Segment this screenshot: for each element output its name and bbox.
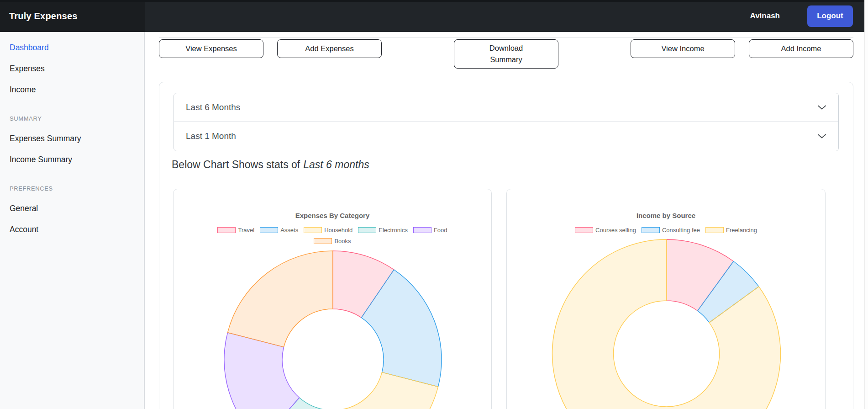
charts-caption-period: Last 6 months bbox=[300, 159, 369, 170]
add-income-button[interactable]: Add Income bbox=[749, 39, 853, 58]
legend-swatch-food bbox=[413, 227, 431, 233]
legend-item-electronics[interactable]: Electronics bbox=[358, 227, 408, 234]
sidebar-section-summary: SUMMARY bbox=[10, 115, 144, 122]
legend-swatch-household bbox=[304, 227, 322, 233]
period-select-secondary-value: Last 1 Month bbox=[186, 131, 236, 141]
charts-row: Expenses By Category TravelAssetsHouseho… bbox=[173, 189, 839, 409]
legend-item-consulting-fee[interactable]: Consulting fee bbox=[642, 227, 700, 234]
legend-item-courses-selling[interactable]: Courses selling bbox=[575, 227, 636, 234]
legend-swatch-consulting-fee bbox=[642, 227, 660, 233]
charts-caption: Below Chart Shows stats ofLast 6 months bbox=[172, 157, 839, 172]
legend-swatch-books bbox=[314, 238, 332, 244]
legend-swatch-electronics bbox=[358, 227, 376, 233]
view-income-button[interactable]: View Income bbox=[631, 39, 735, 58]
charts-caption-text: Below Chart Shows stats of bbox=[172, 159, 300, 170]
legend-swatch-assets bbox=[260, 227, 278, 233]
legend-label: Travel bbox=[238, 227, 254, 234]
legend-label: Books bbox=[334, 238, 351, 244]
income-chart-card: Income by Source Courses sellingConsulti… bbox=[506, 189, 826, 409]
legend-swatch-courses-selling bbox=[575, 227, 593, 233]
toolbar-group-income: View IncomeAdd Income bbox=[631, 39, 853, 58]
dashboard-card: Last 6 Months Last 1 Month Below Chart S… bbox=[159, 82, 853, 409]
chart-title: Expenses By Category bbox=[174, 212, 491, 219]
app-title: Truly Expenses bbox=[0, 0, 145, 32]
legend-label: Consulting fee bbox=[662, 227, 700, 234]
window-top-strip bbox=[0, 0, 868, 2]
legend-item-travel[interactable]: Travel bbox=[217, 227, 254, 234]
chevron-down-icon bbox=[817, 105, 826, 110]
header-right: Avinash Logout bbox=[750, 5, 864, 27]
sidebar-item-dashboard[interactable]: Dashboard bbox=[10, 43, 144, 52]
chevron-down-icon bbox=[817, 134, 826, 139]
sidebar-item-expenses[interactable]: Expenses bbox=[10, 64, 144, 73]
sidebar-item-general[interactable]: General bbox=[10, 204, 144, 213]
app-header: Truly Expenses Avinash Logout bbox=[0, 0, 864, 32]
sidebar-nav: DashboardExpensesIncomeSUMMARYExpenses S… bbox=[0, 32, 145, 409]
period-select-primary-value: Last 6 Months bbox=[186, 102, 240, 112]
legend-label: Assets bbox=[280, 227, 298, 234]
expenses-chart-card: Expenses By Category TravelAssetsHouseho… bbox=[173, 189, 492, 409]
sidebar-item-account[interactable]: Account bbox=[10, 225, 144, 234]
donut-slice-freelancing[interactable] bbox=[552, 239, 781, 409]
donut-slice-food[interactable] bbox=[224, 332, 300, 409]
legend-swatch-travel bbox=[217, 227, 236, 233]
sidebar-item-income-summary[interactable]: Income Summary bbox=[10, 155, 144, 164]
legend-item-freelancing[interactable]: Freelancing bbox=[705, 227, 757, 234]
toolbar: View ExpensesAdd Expenses Download Summa… bbox=[159, 39, 853, 69]
legend-label: Food bbox=[434, 227, 447, 234]
period-select-group: Last 6 Months Last 1 Month bbox=[174, 93, 839, 151]
view-expenses-button[interactable]: View Expenses bbox=[159, 39, 263, 58]
username-label: Avinash bbox=[750, 11, 780, 21]
header-divider bbox=[159, 37, 853, 38]
income-by-source-doughnut bbox=[507, 189, 826, 409]
legend-swatch-freelancing bbox=[705, 227, 724, 233]
chart-title: Income by Source bbox=[507, 212, 825, 219]
legend-item-books[interactable]: Books bbox=[314, 238, 351, 244]
sidebar-section-prefrences: PREFRENCES bbox=[10, 185, 144, 192]
legend-item-food[interactable]: Food bbox=[413, 227, 447, 234]
page-scrollbar[interactable] bbox=[864, 0, 868, 409]
chart-legend: Courses sellingConsulting feeFreelancing bbox=[538, 227, 794, 234]
legend-label: Electronics bbox=[379, 227, 408, 234]
logout-button[interactable]: Logout bbox=[807, 5, 853, 27]
sidebar-item-income[interactable]: Income bbox=[10, 85, 144, 94]
download-summary-button[interactable]: Download Summary bbox=[454, 39, 558, 69]
donut-slice-books[interactable] bbox=[227, 251, 333, 347]
legend-item-assets[interactable]: Assets bbox=[260, 227, 298, 234]
sidebar-item-expenses-summary[interactable]: Expenses Summary bbox=[10, 134, 144, 143]
add-expenses-button[interactable]: Add Expenses bbox=[277, 39, 382, 58]
main-content: View ExpensesAdd Expenses Download Summa… bbox=[146, 32, 868, 409]
period-select-secondary[interactable]: Last 1 Month bbox=[174, 122, 838, 151]
expenses-by-category-doughnut bbox=[174, 189, 492, 409]
toolbar-group-expenses: View ExpensesAdd Expenses bbox=[159, 39, 382, 58]
legend-label: Courses selling bbox=[595, 227, 636, 234]
legend-label: Household bbox=[324, 227, 352, 234]
chart-legend: TravelAssetsHouseholdElectronicsFoodBook… bbox=[205, 227, 460, 244]
legend-label: Freelancing bbox=[726, 227, 757, 234]
toolbar-group-summary: Download Summary bbox=[454, 39, 558, 69]
period-select-primary[interactable]: Last 6 Months bbox=[174, 93, 838, 122]
legend-item-household[interactable]: Household bbox=[304, 227, 352, 234]
